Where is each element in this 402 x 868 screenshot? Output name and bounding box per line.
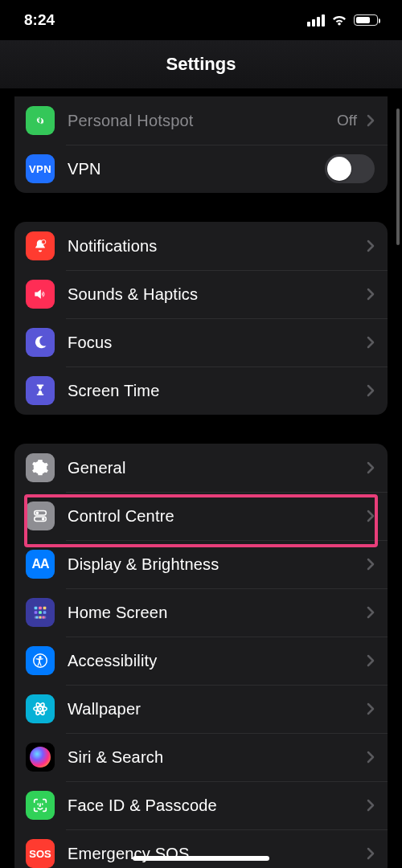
cellular-signal-icon: [307, 14, 325, 27]
settings-group-attention: Notifications Sounds & Haptics Focus: [14, 222, 388, 415]
chevron-right-icon: [367, 461, 375, 474]
row-faceid-passcode[interactable]: Face ID & Passcode: [14, 781, 388, 829]
notifications-icon: [26, 231, 55, 260]
chevron-right-icon: [367, 654, 375, 667]
screentime-icon: [26, 376, 55, 405]
row-label: Personal Hotspot: [68, 112, 337, 130]
svg-point-2: [36, 512, 39, 515]
row-sounds-haptics[interactable]: Sounds & Haptics: [14, 270, 388, 318]
svg-point-18: [39, 708, 41, 710]
svg-rect-13: [39, 616, 42, 619]
chevron-right-icon: [367, 288, 375, 301]
vpn-icon: VPN: [26, 154, 55, 183]
chevron-right-icon: [367, 558, 375, 571]
wallpaper-icon: [26, 694, 55, 723]
row-label: Notifications: [68, 237, 363, 256]
accessibility-icon: [26, 646, 55, 675]
siri-icon: [26, 743, 55, 772]
chevron-right-icon: [367, 384, 375, 397]
row-display-brightness[interactable]: AA Display & Brightness: [14, 540, 388, 588]
row-label: Accessibility: [68, 652, 363, 670]
svg-rect-14: [43, 616, 45, 619]
chevron-right-icon: [367, 510, 375, 522]
row-general[interactable]: General: [14, 444, 388, 492]
settings-group-general: General Control Centre AA Display & Brig…: [14, 444, 388, 868]
row-label: Siri & Search: [68, 748, 363, 767]
homescreen-icon: [26, 598, 55, 627]
chevron-right-icon: [367, 751, 375, 764]
row-label: Control Centre: [68, 507, 363, 526]
row-emergency-sos[interactable]: SOS Emergency SOS: [14, 829, 388, 868]
sounds-icon: [26, 280, 55, 309]
row-detail: Off: [337, 112, 357, 129]
status-bar: 8:24: [0, 0, 402, 40]
svg-point-4: [42, 518, 45, 521]
svg-rect-5: [35, 607, 38, 610]
chevron-right-icon: [367, 799, 375, 812]
row-label: Display & Brightness: [68, 555, 363, 574]
row-label: Wallpaper: [68, 700, 363, 719]
chevron-right-icon: [367, 240, 375, 252]
row-label: Face ID & Passcode: [68, 796, 363, 815]
nav-header: Settings: [0, 40, 402, 88]
chevron-right-icon: [367, 114, 375, 127]
row-control-centre[interactable]: Control Centre: [14, 492, 388, 540]
sos-icon: SOS: [26, 839, 55, 868]
svg-rect-7: [43, 607, 47, 610]
settings-group-network: Personal Hotspot Off VPN VPN: [14, 96, 388, 193]
scroll-indicator: [396, 108, 400, 245]
svg-rect-12: [36, 616, 39, 619]
row-label: Focus: [68, 334, 363, 352]
settings-scroll[interactable]: Personal Hotspot Off VPN VPN Notificatio…: [0, 88, 402, 868]
focus-icon: [26, 328, 55, 357]
row-vpn[interactable]: VPN VPN: [14, 145, 388, 193]
svg-point-0: [42, 240, 46, 244]
device-frame: 8:24 Settings Personal Hotspot Off: [0, 0, 402, 868]
vpn-toggle[interactable]: [325, 154, 375, 183]
row-label: VPN: [68, 160, 325, 178]
svg-rect-8: [35, 611, 38, 614]
row-label: Screen Time: [68, 382, 363, 400]
row-home-screen[interactable]: Home Screen: [14, 588, 388, 637]
svg-rect-6: [39, 607, 42, 610]
row-screen-time[interactable]: Screen Time: [14, 366, 388, 415]
chevron-right-icon: [367, 702, 375, 715]
svg-rect-10: [43, 611, 47, 614]
control-centre-icon: [26, 502, 55, 530]
home-indicator: [133, 856, 269, 861]
row-label: Sounds & Haptics: [68, 285, 363, 304]
hotspot-icon: [26, 106, 55, 135]
chevron-right-icon: [367, 336, 375, 349]
battery-icon: [354, 14, 378, 26]
row-personal-hotspot[interactable]: Personal Hotspot Off: [14, 96, 388, 145]
row-label: General: [68, 459, 363, 477]
row-label: Home Screen: [68, 604, 363, 622]
status-indicators: [307, 14, 378, 27]
general-icon: [26, 453, 55, 482]
chevron-right-icon: [367, 847, 375, 860]
row-accessibility[interactable]: Accessibility: [14, 637, 388, 685]
page-title: Settings: [166, 54, 236, 75]
wifi-icon: [331, 14, 347, 27]
status-time: 8:24: [24, 11, 55, 29]
svg-rect-9: [39, 611, 42, 614]
row-wallpaper[interactable]: Wallpaper: [14, 685, 388, 733]
row-notifications[interactable]: Notifications: [14, 222, 388, 270]
row-siri-search[interactable]: Siri & Search: [14, 733, 388, 781]
row-focus[interactable]: Focus: [14, 318, 388, 366]
svg-point-16: [39, 656, 41, 658]
chevron-right-icon: [367, 606, 375, 619]
display-icon: AA: [26, 550, 55, 579]
faceid-icon: [26, 791, 55, 820]
